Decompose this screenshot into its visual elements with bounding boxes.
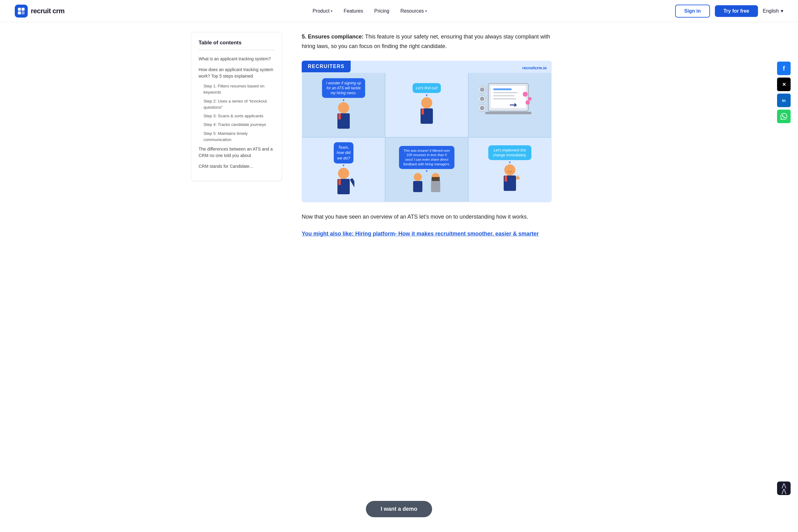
- whatsapp-share-button[interactable]: [777, 110, 791, 123]
- toc-divider: [198, 50, 274, 50]
- comic-panel-5: This was insane! It filtered over 100 re…: [385, 138, 468, 202]
- svg-rect-3: [22, 12, 25, 15]
- logo-svg: [17, 7, 25, 15]
- person-male-icon: [410, 172, 425, 194]
- bubble-6: Let's implement this change immediately.: [488, 145, 531, 160]
- nav-features[interactable]: Features: [344, 8, 363, 14]
- svg-point-7: [421, 97, 432, 108]
- ats-screen-icon: [479, 77, 540, 133]
- scroll-to-top-button[interactable]: ⋀⋀: [777, 481, 791, 495]
- main-content: 5. Ensures compliance: This feature is y…: [289, 22, 567, 532]
- nav-actions: Sign in Try for free English ▾: [675, 5, 783, 18]
- chevron-down-icon: ▾: [331, 9, 332, 13]
- svg-point-17: [523, 92, 528, 97]
- ats-overview-paragraph: Now that you have seen an overview of an…: [302, 212, 552, 222]
- nav-pricing[interactable]: Pricing: [374, 8, 389, 14]
- person-female-icon: [428, 172, 443, 194]
- svg-rect-38: [517, 175, 519, 178]
- toc-sub-3[interactable]: Step 4: Tracks candidate journeys: [198, 121, 274, 128]
- svg-point-4: [338, 102, 349, 113]
- try-for-free-button[interactable]: Try for free: [715, 5, 758, 17]
- svg-rect-31: [413, 181, 422, 192]
- svg-point-18: [528, 97, 532, 101]
- twitter-share-button[interactable]: ✕: [777, 78, 791, 91]
- chevron-up-icon: ⋀⋀: [782, 483, 786, 494]
- whatsapp-icon: [780, 113, 787, 120]
- svg-point-26: [338, 168, 349, 179]
- svg-rect-16: [485, 112, 531, 114]
- svg-rect-28: [338, 179, 341, 185]
- bubble-2: Let’s find out!: [413, 83, 440, 93]
- toc-sub-4[interactable]: Step 5: Maintains timely communication: [198, 131, 274, 143]
- svg-rect-12: [493, 88, 512, 90]
- logo-text: recruit crm: [31, 7, 64, 15]
- comic-panel-4: Team,how didwe do?: [302, 138, 385, 202]
- demo-button[interactable]: I want a demo: [366, 501, 432, 517]
- compliance-bold-label: Ensures compliance:: [308, 34, 364, 40]
- recruiter-watermark: recruitcrm.io: [522, 63, 552, 70]
- svg-rect-0: [18, 8, 21, 11]
- person-icon-4: [333, 167, 354, 197]
- toc-item-0[interactable]: What is an applicant tracking system?: [198, 55, 274, 63]
- person-icon-2: [416, 96, 437, 127]
- comic-panel-3: [469, 73, 551, 137]
- navbar: recruit crm Product ▾ Features Pricing R…: [0, 0, 798, 22]
- main-layout: Table of contents What is an applicant t…: [184, 22, 614, 532]
- social-share-panel: f ✕ in: [777, 61, 791, 123]
- toc-sub-1[interactable]: Step 2: Uses a series of “knockout quest…: [198, 98, 274, 111]
- nav-resources[interactable]: Resources ▾: [400, 8, 427, 14]
- toc-sub-2[interactable]: Step 3: Scans & sorts applicants: [198, 113, 274, 119]
- toc-item-3[interactable]: CRM stands for Candidate…: [198, 163, 274, 170]
- svg-rect-33: [431, 181, 440, 192]
- svg-rect-29: [350, 178, 354, 188]
- toc-card: Table of contents What is an applicant t…: [191, 32, 282, 181]
- svg-rect-13: [493, 92, 518, 93]
- table-of-contents-sidebar: Table of contents What is an applicant t…: [191, 22, 289, 532]
- svg-point-21: [480, 88, 484, 92]
- svg-rect-2: [18, 12, 21, 15]
- comic-panel-2: Let’s find out!: [385, 73, 468, 137]
- toc-title: Table of contents: [198, 40, 274, 46]
- bubble-5: This was insane! It filtered over 100 re…: [399, 146, 454, 169]
- compliance-paragraph: 5. Ensures compliance: This feature is y…: [302, 32, 552, 51]
- svg-rect-6: [338, 113, 341, 119]
- svg-point-30: [414, 173, 422, 181]
- comic-panel-6: Let's implement this change immediately.: [469, 138, 551, 202]
- svg-rect-1: [22, 8, 25, 11]
- chevron-down-icon-2: ▾: [425, 9, 427, 13]
- recruiter-illustration-box: RECRUITERS recruitcrm.io I wonder if sig…: [302, 61, 552, 202]
- compliance-number: 5.: [302, 34, 306, 40]
- person-icon-1: [333, 101, 354, 132]
- toc-item-2[interactable]: The differences between an ATS and a CRM…: [198, 145, 274, 159]
- nav-links: Product ▾ Features Pricing Resources ▾: [312, 8, 427, 14]
- chevron-down-icon-3: ▾: [781, 8, 783, 14]
- svg-point-34: [504, 165, 515, 175]
- svg-point-25: [480, 106, 484, 110]
- bubble-1: I wonder if signing up for an ATS will t…: [322, 78, 365, 98]
- logo-icon: [15, 5, 28, 18]
- svg-rect-9: [421, 108, 424, 115]
- recruiter-label: RECRUITERS: [302, 61, 351, 72]
- language-label: English: [763, 8, 779, 14]
- nav-product[interactable]: Product ▾: [312, 8, 332, 14]
- signin-button[interactable]: Sign in: [675, 5, 710, 18]
- svg-point-23: [480, 97, 484, 101]
- facebook-share-button[interactable]: f: [777, 61, 791, 75]
- svg-rect-15: [493, 98, 516, 99]
- logo[interactable]: recruit crm: [15, 5, 64, 18]
- bubble-4: Team,how didwe do?: [334, 142, 354, 164]
- svg-rect-36: [505, 175, 507, 182]
- svg-rect-14: [493, 95, 515, 96]
- toc-item-1[interactable]: How does an applicant tracking system wo…: [198, 66, 274, 80]
- you-might-like-link[interactable]: You might also like: Hiring platform- Ho…: [302, 229, 552, 238]
- linkedin-share-button[interactable]: in: [777, 94, 791, 107]
- comic-panel-1: I wonder if signing up for an ATS will t…: [302, 73, 385, 137]
- person-icon-6: [499, 163, 520, 194]
- language-selector[interactable]: English ▾: [763, 8, 783, 14]
- toc-sub-0[interactable]: Step 1: Filters resumes based on keyword…: [198, 83, 274, 96]
- svg-point-19: [526, 100, 530, 105]
